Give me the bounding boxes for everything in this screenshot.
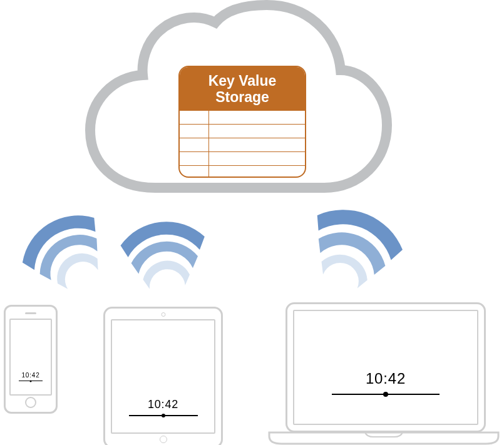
laptop-base <box>268 431 500 445</box>
device-phone: 10:42 <box>4 305 54 410</box>
storage-title-line2: Storage <box>215 89 269 105</box>
phone-speaker <box>25 312 36 314</box>
laptop-slider <box>332 394 440 395</box>
wifi-signal-tablet <box>110 203 219 313</box>
tablet-camera <box>161 312 165 317</box>
phone-time-display: 10:42 <box>6 372 56 381</box>
phone-time: 10:42 <box>21 372 39 379</box>
laptop-screen-frame: 10:42 <box>285 302 486 432</box>
storage-grid <box>180 111 305 176</box>
phone-slider <box>19 381 43 381</box>
device-tablet: 10:42 <box>103 307 219 444</box>
wifi-signal-laptop <box>291 191 413 313</box>
storage-title-line1: Key Value <box>208 73 277 89</box>
tablet-slider <box>129 415 198 416</box>
icloud-sync-diagram: Key Value Storage <box>0 0 504 445</box>
device-laptop: 10:42 <box>268 302 500 445</box>
phone-screen <box>9 319 52 396</box>
key-value-storage: Key Value Storage <box>178 66 306 178</box>
wifi-signal-phone <box>13 200 122 310</box>
laptop-screen <box>293 310 478 425</box>
laptop-time: 10:42 <box>366 370 406 387</box>
tablet-time: 10:42 <box>148 398 178 411</box>
phone-home-button <box>25 397 36 408</box>
tablet-home-button <box>160 436 167 443</box>
tablet-time-display: 10:42 <box>105 398 221 416</box>
storage-header: Key Value Storage <box>180 67 305 111</box>
laptop-time-display: 10:42 <box>287 370 484 395</box>
